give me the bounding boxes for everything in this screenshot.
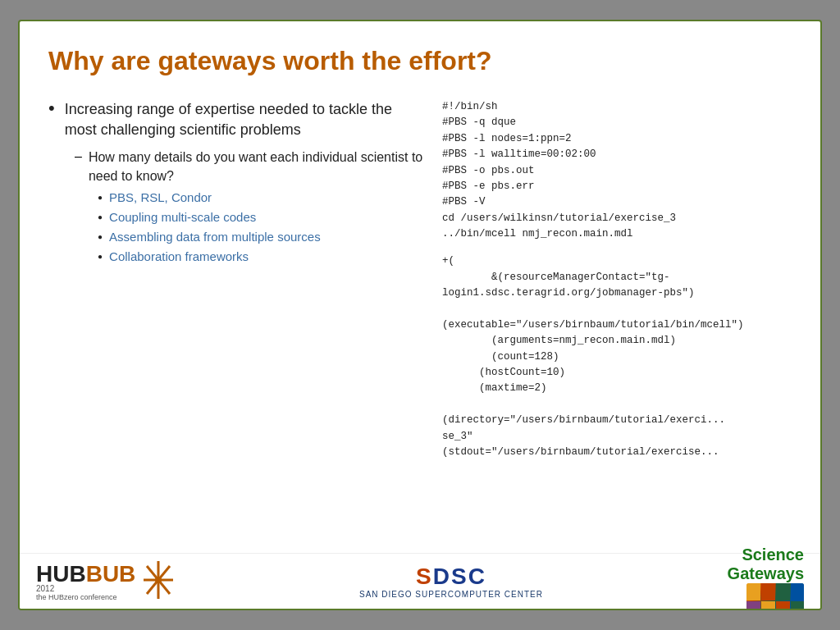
svg-rect-10 xyxy=(761,601,775,611)
sub-sub-bullets: ● PBS, RSL, Condor ● Coupling multi-scal… xyxy=(98,189,426,265)
svg-rect-9 xyxy=(746,601,760,611)
list-item: ● Assembling data from multiple sources xyxy=(98,228,426,245)
bullet-dot-main: • xyxy=(48,98,55,119)
sub-bullet-item: – How many details do you want each indi… xyxy=(75,148,426,185)
right-panel: #!/bin/sh #PBS -q dque #PBS -l nodes=1:p… xyxy=(442,99,792,564)
small-dot-2: ● xyxy=(98,212,103,221)
small-dot-4: ● xyxy=(98,252,103,261)
sdsc-top-text: SDSC xyxy=(359,564,543,590)
hub-sub-text: the HUBzero conference xyxy=(36,593,135,601)
sdsc-logo: SDSC SAN DIEGO SUPERCOMPUTER CENTER xyxy=(359,564,543,599)
sub-bullet-text: How many details do you want each indivi… xyxy=(89,148,426,185)
left-panel: • Increasing range of expertise needed t… xyxy=(48,99,426,564)
svg-rect-11 xyxy=(776,601,790,611)
small-dot-1: ● xyxy=(98,193,103,202)
sub-dash: – xyxy=(75,149,82,164)
svg-rect-12 xyxy=(791,601,804,611)
hub-icon xyxy=(142,559,175,604)
sg-science-text: Science xyxy=(742,546,804,564)
code-block-top: #!/bin/sh #PBS -q dque #PBS -l nodes=1:p… xyxy=(442,99,792,242)
list-item: ● Collaboration frameworks xyxy=(98,248,426,265)
sub-sub-text-4: Collaboration frameworks xyxy=(109,248,249,265)
hub-text: HUB xyxy=(36,561,86,587)
slide-title: Why are gateways worth the effort? xyxy=(48,46,792,76)
sdsc-s: S xyxy=(416,564,433,589)
content-area: • Increasing range of expertise needed t… xyxy=(48,99,792,564)
svg-rect-5 xyxy=(746,583,760,600)
sg-image xyxy=(746,583,804,611)
main-bullet-text: Increasing range of expertise needed to … xyxy=(65,99,426,140)
sub-sub-text-2: Coupling multi-scale codes xyxy=(109,208,256,226)
svg-point-4 xyxy=(155,577,162,583)
science-gateways-logo: Science Gateways xyxy=(728,546,804,611)
list-item: ● Coupling multi-scale codes xyxy=(98,208,426,226)
sdsc-bottom-text: SAN DIEGO SUPERCOMPUTER CENTER xyxy=(359,590,543,599)
small-dot-3: ● xyxy=(98,232,103,241)
svg-rect-8 xyxy=(791,583,804,600)
sdsc-sc: SC xyxy=(451,564,486,589)
sg-gateways-text: Gateways xyxy=(728,564,804,582)
hubzero-logo: HUBBUB 2012 the HUBzero conference xyxy=(36,559,175,604)
bottom-bar: HUBBUB 2012 the HUBzero conference xyxy=(20,553,820,609)
sg-text-block: Science Gateways xyxy=(728,546,804,583)
sdsc-d: D xyxy=(433,564,451,589)
sub-sub-text-1: PBS, RSL, Condor xyxy=(109,189,212,206)
sub-sub-text-3: Assembling data from multiple sources xyxy=(109,228,321,245)
main-bullet-item: • Increasing range of expertise needed t… xyxy=(48,99,426,140)
svg-rect-7 xyxy=(776,583,790,600)
list-item: ● PBS, RSL, Condor xyxy=(98,189,426,206)
slide: Why are gateways worth the effort? • Inc… xyxy=(18,20,822,610)
hub-wordmark: HUBBUB 2012 the HUBzero conference xyxy=(36,561,135,601)
sub-bullets: – How many details do you want each indi… xyxy=(75,148,426,265)
svg-rect-6 xyxy=(761,583,775,600)
code-block-bottom: +( &(resourceManagerContact="tg-login1.s… xyxy=(442,253,792,460)
bub-text: BUB xyxy=(86,561,136,587)
